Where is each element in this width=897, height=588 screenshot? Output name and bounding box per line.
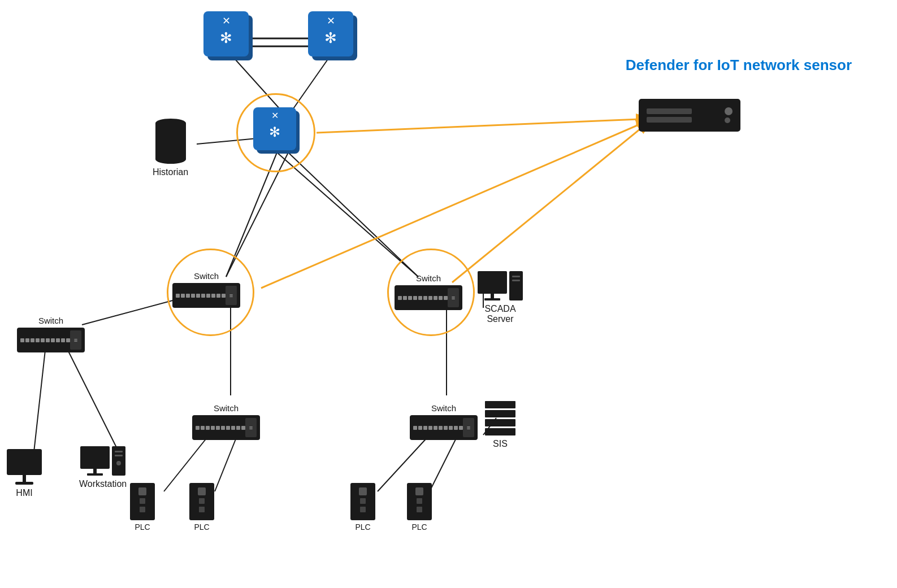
switch-bottom-left-label: Switch: [214, 403, 239, 413]
port: [444, 296, 448, 300]
port: [216, 294, 220, 298]
port: [56, 338, 60, 342]
port: [403, 296, 407, 300]
port: [423, 426, 427, 430]
port: [222, 294, 226, 298]
switch-mid-left-icon: ≡: [172, 283, 240, 308]
switch-bottom-right: Switch ≡: [410, 401, 478, 440]
switch-end-lines: ≡: [74, 337, 77, 343]
port: [191, 294, 195, 298]
top-switch-right-icon: ✕ ✻: [308, 11, 353, 56]
port: [31, 338, 34, 342]
plc-btn-2: [360, 498, 366, 504]
historian-db-icon: [155, 119, 186, 164]
top-switch-left-icon: ✕ ✻: [203, 11, 249, 56]
port: [25, 338, 29, 342]
switch-mid-right: Switch ≡: [395, 271, 462, 310]
port: [408, 296, 412, 300]
port: [41, 338, 45, 342]
ports-mid-left: [176, 294, 226, 298]
sis-unit-4: [485, 428, 515, 435]
svg-line-10: [261, 119, 653, 288]
ws-monitor-stand: [93, 469, 97, 473]
switch-end: ≡: [226, 286, 237, 305]
plc-bl2-icon: [189, 483, 214, 520]
port: [418, 296, 422, 300]
scada-icon: [478, 271, 523, 300]
port: [428, 426, 432, 430]
switch-end: ≡: [70, 330, 81, 350]
switch-end-lines: ≡: [467, 424, 470, 431]
svg-line-4: [197, 138, 257, 144]
scada-stand: [491, 294, 494, 298]
ws-monitor-base: [87, 473, 103, 476]
sensor-slot-1: [647, 108, 692, 114]
sensor-led-1: [725, 107, 733, 115]
ports-bottom-right: [413, 426, 463, 430]
shuffle-icon-tl: ✕: [222, 15, 231, 27]
sensor-slots: [647, 108, 719, 123]
center-switch-icon: ✕ ✻: [253, 107, 296, 150]
switch-mid-left-label: Switch: [194, 271, 219, 281]
port: [221, 426, 225, 430]
network-diagram: Defender for IoT network sensor: [0, 0, 897, 588]
ws-monitor-group: [80, 446, 110, 476]
sun-icon-tr: ✻: [324, 29, 337, 47]
historian-node: Historian: [153, 119, 188, 177]
switch-mid-right-icon: ≡: [395, 285, 462, 310]
workstation-label: Workstation: [79, 479, 127, 489]
scada-drive-2: [512, 280, 520, 281]
port: [454, 426, 458, 430]
ws-cd: [116, 461, 121, 465]
port: [231, 426, 235, 430]
port: [211, 426, 215, 430]
port: [51, 338, 55, 342]
hmi-screen: [7, 449, 42, 475]
switch-end-lines: ≡: [249, 424, 253, 431]
db-top: [155, 119, 186, 128]
scada-screen: [478, 271, 507, 294]
port: [201, 294, 205, 298]
plc-btn-3: [199, 507, 205, 512]
port: [61, 338, 65, 342]
port: [449, 426, 453, 430]
port: [423, 296, 427, 300]
port: [186, 294, 190, 298]
plc-bl1-label: PLC: [135, 522, 150, 532]
ports-mid-right: [398, 296, 448, 300]
svg-line-9: [317, 119, 653, 133]
svg-line-11: [452, 119, 653, 282]
ports-outer-left: [20, 338, 70, 342]
db-bottom: [155, 155, 186, 164]
switch-end: ≡: [463, 418, 474, 437]
sun-icon-c: ✻: [269, 124, 280, 140]
sis-label: SIS: [493, 439, 508, 449]
sensor-led-2: [725, 117, 730, 123]
plc-bl1: PLC: [130, 483, 155, 532]
top-switch-right: ✕ ✻: [308, 11, 353, 56]
scada-monitor-group: [478, 271, 507, 300]
port: [418, 426, 422, 430]
scada-base: [484, 298, 500, 300]
plc-btn-2: [199, 498, 205, 504]
switch-mid-left: Switch ≡: [172, 271, 240, 308]
plc-btn-3: [360, 507, 366, 512]
hmi-node: HMI: [7, 449, 42, 498]
port: [196, 426, 200, 430]
plc-btn-3: [417, 507, 422, 512]
sensor-slot-2: [647, 117, 692, 123]
port: [444, 426, 448, 430]
port: [176, 294, 180, 298]
switch-end: ≡: [245, 418, 257, 437]
switch-outer-left-icon: ≡: [17, 328, 85, 352]
plc-bl2-label: PLC: [194, 522, 209, 532]
switch-end-lines: ≡: [229, 292, 233, 299]
svg-line-21: [430, 435, 458, 491]
port: [206, 426, 210, 430]
port: [66, 338, 70, 342]
port: [413, 296, 417, 300]
port: [20, 338, 24, 342]
plc-btn-1: [138, 487, 146, 495]
hmi-label: HMI: [16, 488, 32, 498]
port: [201, 426, 205, 430]
